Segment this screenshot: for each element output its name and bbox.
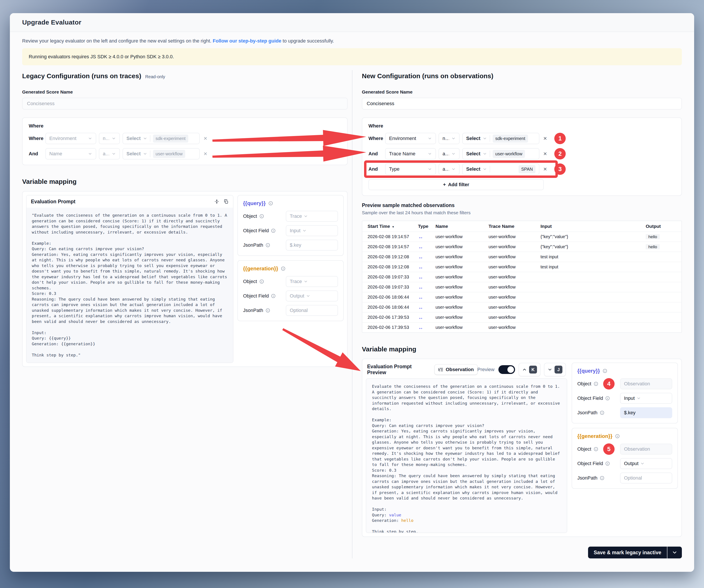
arrows-left-right-icon: ↔ — [418, 324, 435, 331]
step-badge-4: 4 — [603, 378, 614, 390]
copy-icon[interactable] — [223, 199, 229, 204]
table-row[interactable]: 2026-02-08 19:14:57 ↔ user-workflow user… — [362, 242, 682, 252]
chevron-down-icon — [640, 461, 645, 466]
table-row[interactable]: 2026-02-08 19:12:08 ↔ user-workflow user… — [362, 252, 682, 262]
chevron-down-icon — [428, 151, 432, 156]
new-score-name-input[interactable]: Conciseness — [362, 98, 682, 110]
table-row[interactable]: 2026-02-08 19:14:57 ↔ user-workflow user… — [362, 232, 682, 242]
object-field-select[interactable]: Output — [620, 458, 672, 469]
keycap-k: K — [529, 366, 537, 374]
table-row[interactable]: 2026-02-08 19:07:33 ↔ user-workflow user… — [362, 272, 682, 282]
info-icon — [259, 214, 264, 219]
chevron-down-icon — [112, 136, 116, 141]
info-icon — [281, 266, 286, 271]
sdk-requirement-banner: Running evaluators requires JS SDK ≥ 4.0… — [22, 48, 682, 65]
filter-value-select[interactable]: Select user-workflow — [462, 148, 539, 159]
table-row[interactable]: 2026-02-06 17:39:53 ↔ user-workflow user… — [362, 322, 682, 332]
new-where-card: Where Where Environment non... Select — [362, 117, 682, 196]
info-icon — [271, 293, 276, 299]
previous-variable-button[interactable]: K — [519, 363, 540, 376]
column-header-name[interactable]: Name — [435, 224, 488, 229]
new-filter-row-3: And Type any.. Select — [368, 164, 675, 175]
column-header-type[interactable]: Type — [418, 224, 435, 229]
jsonpath-input[interactable]: $.key — [620, 407, 672, 418]
preview-toggle[interactable] — [498, 365, 515, 374]
info-icon — [268, 201, 273, 206]
close-icon: × — [543, 150, 547, 157]
object-select: Observation — [620, 378, 672, 389]
upgrade-evaluator-dialog: Upgrade Evaluator Review your legacy eva… — [10, 13, 694, 572]
chevron-down-icon — [143, 151, 147, 156]
filter-column-select[interactable]: Environment — [385, 133, 436, 144]
filter-operator-select[interactable]: non... — [438, 133, 460, 144]
step-badge-1: 1 — [554, 133, 566, 144]
info-icon — [271, 228, 276, 233]
query-token-value: value — [389, 513, 401, 517]
column-header-start-time[interactable]: Start Time▼ — [367, 224, 418, 229]
filter-column-select: Environment — [45, 133, 96, 144]
filter-column-select[interactable]: Trace Name — [385, 148, 436, 159]
keycap-j: J — [554, 366, 563, 374]
evaluation-prompt-text: "Evaluate the conciseness of the generat… — [26, 208, 233, 363]
object-field-label: Object Field — [243, 293, 269, 299]
filter-value-select[interactable]: Select SPAN — [462, 164, 539, 175]
remove-filter-button[interactable]: × — [542, 165, 548, 173]
info-icon — [593, 381, 598, 386]
filter-connector: And — [368, 166, 383, 172]
arrows-left-right-icon: ↔ — [418, 254, 435, 260]
evaluation-prompt-title: Evaluation Prompt — [31, 199, 75, 205]
jsonpath-input[interactable]: Optional — [620, 472, 672, 483]
query-variable-panel: {{query}} Object 4 Observation Object Fi… — [572, 363, 678, 423]
remove-filter-button[interactable]: × — [542, 134, 548, 142]
info-icon — [600, 410, 604, 415]
save-button[interactable]: Save & mark legacy inactive — [588, 546, 667, 559]
table-row[interactable]: 2026-02-08 19:07:33 ↔ user-workflow user… — [362, 282, 682, 292]
filter-operator-select[interactable]: any.. — [438, 164, 460, 175]
table-row[interactable]: 2026-02-06 17:39:53 ↔ user-workflow user… — [362, 312, 682, 322]
prompt-preview-title: Evaluation Prompt Preview — [367, 364, 430, 376]
query-variable-name: {{query}} — [243, 200, 266, 206]
preview-heading: Preview sample matched observations — [362, 202, 682, 208]
collapse-vertical-icon[interactable] — [214, 199, 219, 204]
remove-filter-button[interactable]: × — [542, 150, 548, 158]
info-icon — [593, 447, 598, 452]
legacy-score-name-input: Conciseness — [22, 98, 348, 110]
object-field-select[interactable]: Input — [620, 393, 672, 404]
select-divider — [490, 166, 490, 173]
save-options-button[interactable] — [667, 546, 682, 559]
filter-connector: Where — [368, 136, 383, 141]
filter-connector: And — [29, 151, 43, 157]
column-header-output[interactable]: Output — [646, 224, 682, 229]
legacy-variable-panels: {{query}} Object Trace Object Field Inpu… — [237, 195, 344, 321]
filter-value-select[interactable]: Select sdk-experiment — [462, 133, 539, 144]
dialog-title: Upgrade Evaluator — [22, 19, 81, 26]
new-where-title: Where — [368, 123, 675, 129]
table-row[interactable]: 2026-02-08 19:12:08 ↔ user-workflow user… — [362, 262, 682, 272]
table-row[interactable]: 2026-02-06 18:06:44 ↔ user-workflow user… — [362, 292, 682, 302]
filter-column-select[interactable]: Type — [385, 164, 436, 175]
step-by-step-guide-link[interactable]: Follow our step-by-step guide — [213, 38, 281, 44]
table-row[interactable]: 2026-02-06 18:06:44 ↔ user-workflow user… — [362, 302, 682, 312]
observation-object-chip[interactable]: Observation — [434, 365, 477, 375]
close-icon: × — [203, 150, 207, 157]
add-filter-button[interactable]: + Add filter — [368, 179, 544, 190]
info-icon — [266, 308, 270, 313]
arrows-left-right-icon: ↔ — [418, 244, 435, 250]
select-divider — [490, 150, 490, 157]
next-variable-button[interactable]: J — [544, 363, 566, 376]
info-icon — [600, 476, 604, 480]
chevron-down-icon — [483, 151, 487, 156]
new-configuration-section: New Configuration (runs on observations)… — [362, 72, 682, 559]
new-variable-mapping-card: Evaluation Prompt Preview Observation Pr… — [362, 358, 682, 537]
column-header-trace-name[interactable]: Trace Name — [488, 224, 540, 229]
chevron-down-icon — [451, 151, 456, 156]
chevron-down-icon — [637, 396, 641, 400]
filter-operator-select[interactable]: any.. — [438, 148, 460, 159]
column-divider — [352, 70, 352, 559]
chevron-down-icon — [306, 294, 310, 298]
arrows-left-right-icon: ↔ — [418, 314, 435, 321]
column-header-input[interactable]: Input — [540, 224, 646, 229]
arrows-left-right-icon: ↔ — [418, 234, 435, 240]
new-score-name-value: Conciseness — [367, 101, 394, 107]
chevron-up-icon — [522, 367, 527, 372]
